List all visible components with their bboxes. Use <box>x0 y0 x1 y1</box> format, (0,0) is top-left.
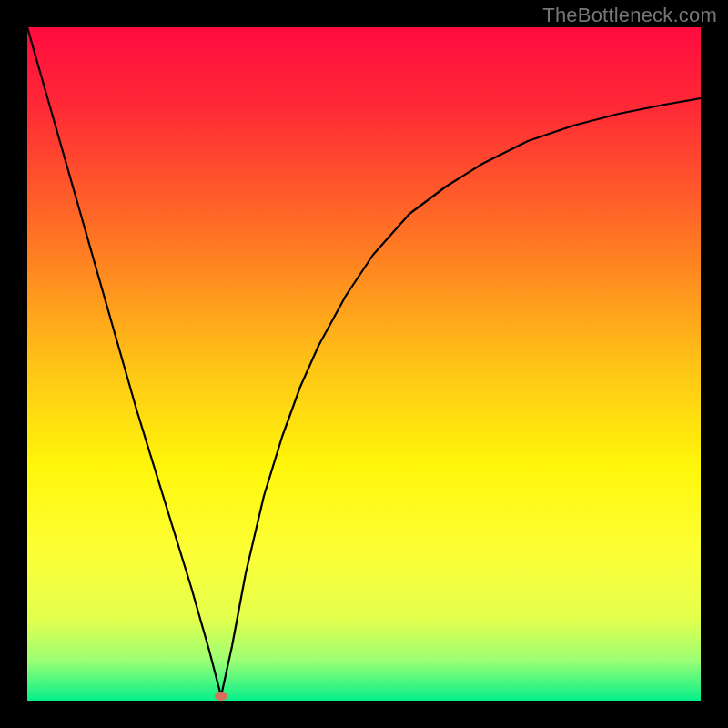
bottleneck-curve <box>27 27 701 701</box>
watermark-text: TheBottleneck.com <box>542 4 717 27</box>
plot-area <box>27 27 701 701</box>
minimum-marker <box>215 692 228 701</box>
chart-frame: TheBottleneck.com <box>0 0 728 728</box>
